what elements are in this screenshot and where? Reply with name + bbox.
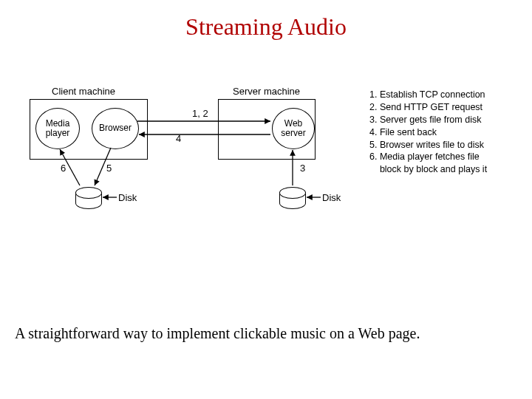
caption: A straightforward way to implement click… (15, 325, 517, 342)
edge-label-12: 1, 2 (192, 108, 208, 119)
edge-label-6: 6 (61, 163, 66, 174)
client-disk-label: Disk (118, 192, 137, 203)
edge-label-5: 5 (106, 163, 112, 174)
step-1: 1. Establish TCP connection (369, 89, 487, 101)
step-5: 5. Browser writes file to disk (369, 139, 487, 151)
steps-list: 1. Establish TCP connection 2. Send HTTP… (369, 89, 487, 176)
edge-label-4: 4 (176, 133, 181, 144)
step-6a: 6. Media player fetches file (369, 151, 487, 163)
step-4: 4. File sent back (369, 126, 487, 139)
step-6b: block by block and plays it (369, 163, 487, 176)
page-title: Streaming Audio (0, 13, 532, 41)
step-2: 2. Send HTTP GET request (369, 101, 487, 114)
step-3: 3. Server gets file from disk (369, 114, 487, 126)
diagram: Client machine Server machine Media play… (30, 89, 502, 296)
edge-label-3: 3 (300, 163, 305, 174)
server-disk-label: Disk (322, 192, 341, 203)
slide: Streaming Audio Client machine Server ma… (0, 0, 532, 399)
